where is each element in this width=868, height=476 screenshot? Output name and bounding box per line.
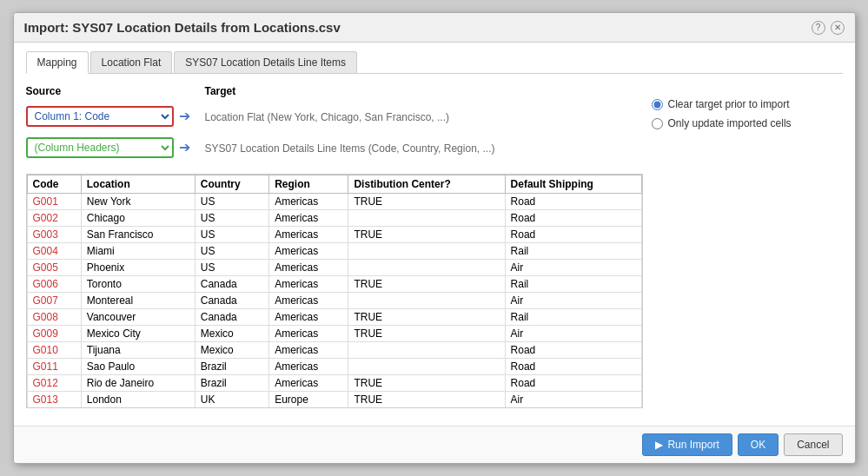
table-cell: Road [505,342,641,359]
mapping-row-1: Column 1: Code ➔ Location Flat (New York… [26,106,643,127]
col-header-region: Region [269,175,348,194]
table-cell: G010 [27,342,81,359]
radio-option-1[interactable]: Clear target prior to import [652,98,843,110]
tab-bar: Mapping Location Flat SYS07 Location Det… [26,51,843,74]
radio-option-2[interactable]: Only update imported cells [652,117,843,129]
table-row: G009Mexico CityMexicoAmericasTRUEAir [27,326,641,342]
table-cell: Mexico City [81,326,195,342]
table-cell: Americas [269,293,348,309]
table-cell: TRUE [348,194,505,210]
tab-location-flat[interactable]: Location Flat [90,51,173,73]
table-cell: TRUE [348,309,505,326]
right-panel: Clear target prior to import Only update… [652,84,843,417]
table-row: G010TijuanaMexicoAmericasRoad [27,342,641,359]
table-cell [348,293,505,309]
table-row: G008VancouverCanadaAmericasTRUERail [27,309,641,326]
table-cell: Europe [269,392,348,408]
radio-clear-target-label: Clear target prior to import [668,98,790,110]
table-cell [348,210,505,227]
table-cell: Air [505,392,641,408]
table-cell [348,408,505,409]
table-row: G003San FranciscoUSAmericasTRUERoad [27,227,641,243]
table-cell: Canada [195,309,268,326]
table-cell: G005 [27,260,81,276]
ok-button[interactable]: OK [738,433,779,456]
radio-only-update[interactable] [652,118,663,129]
table-cell: Americas [269,309,348,326]
table-cell: Air [505,326,641,342]
table-cell: TRUE [348,326,505,342]
help-icon[interactable]: ? [812,21,825,35]
table-cell: Mexico [195,326,268,342]
col-header-location: Location [81,175,195,194]
content-area: Source Target Column 1: Code ➔ [26,84,843,417]
dialog-body: Mapping Location Flat SYS07 Location Det… [14,43,855,426]
radio-clear-target[interactable] [652,99,663,110]
source-select-1[interactable]: Column 1: Code [26,106,174,127]
arrow-icon-2: ➔ [179,140,190,155]
table-cell: G012 [27,375,81,392]
table-cell [348,260,505,276]
import-dialog: Import: SYS07 Location Details from Loca… [13,12,856,464]
table-cell: Rail [505,309,641,326]
table-cell [348,243,505,260]
table-cell: US [195,194,268,210]
table-cell: G011 [27,359,81,375]
dialog-footer: ▶ Run Import OK Cancel [14,426,855,463]
table-cell: York [81,408,195,409]
table-cell: G009 [27,326,81,342]
dialog-header: Import: SYS07 Location Details from Loca… [14,13,855,43]
table-cell: Rail [505,276,641,293]
table-cell: Vancouver [81,309,195,326]
table-cell: Road [505,194,641,210]
table-cell: San Francisco [81,227,195,243]
table-cell: Americas [269,194,348,210]
run-import-label: Run Import [667,439,719,451]
cancel-button[interactable]: Cancel [784,433,842,456]
radio-only-update-label: Only update imported cells [668,117,792,129]
table-row: G013LondonUKEuropeTRUEAir [27,392,641,408]
table-cell: TRUE [348,392,505,408]
radio-group: Clear target prior to import Only update… [652,93,843,129]
table-cell: G002 [27,210,81,227]
table-cell: G013 [27,392,81,408]
table-cell: Road [505,227,641,243]
table-cell: Americas [269,260,348,276]
table-cell: US [195,210,268,227]
tab-mapping[interactable]: Mapping [26,51,89,74]
table-cell: G004 [27,243,81,260]
table-cell: Americas [269,243,348,260]
table-cell: UK [195,392,268,408]
table-cell: Mexico [195,342,268,359]
table-cell: G001 [27,194,81,210]
table-cell: Americas [269,375,348,392]
table-cell: Americas [269,210,348,227]
table-cell: Canada [195,293,268,309]
col-header-shipping: Default Shipping [505,175,641,194]
table-cell: TRUE [348,227,505,243]
table-cell: Road [505,375,641,392]
table-cell: Brazil [195,359,268,375]
dialog-title: Import: SYS07 Location Details from Loca… [24,20,341,35]
table-cell: TRUE [348,276,505,293]
table-cell: Europe [269,408,348,409]
table-cell: Rio de Janeiro [81,375,195,392]
run-import-button[interactable]: ▶ Run Import [642,433,732,456]
source-select-2[interactable]: (Column Headers) [26,137,174,158]
table-row: G012Rio de JaneiroBrazilAmericasTRUERoad [27,375,641,392]
table-cell [348,359,505,375]
close-icon[interactable]: ✕ [831,21,845,35]
table-cell: G014 [27,408,81,409]
header-icons: ? ✕ [812,21,845,35]
table-row: G004MiamiUSAmericasRail [27,243,641,260]
table-cell: G006 [27,276,81,293]
tab-line-items[interactable]: SYS07 Location Details Line Items [174,51,357,73]
col-header-distribution: Distibution Center? [348,175,505,194]
data-table-container: Code Location Country Region Distibution… [26,174,643,408]
table-cell: G007 [27,293,81,309]
table-cell: New York [81,194,195,210]
table-cell: Air [505,260,641,276]
table-cell: Tijuana [81,342,195,359]
table-cell: Americas [269,276,348,293]
left-panel: Source Target Column 1: Code ➔ [26,84,643,417]
